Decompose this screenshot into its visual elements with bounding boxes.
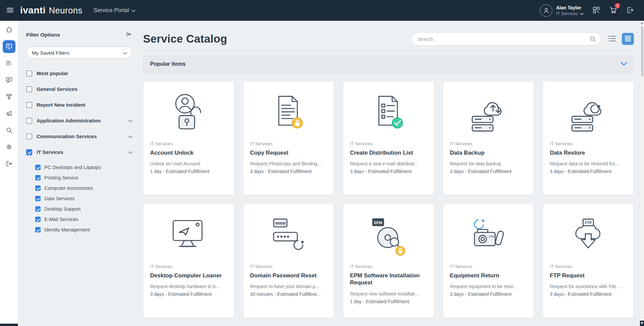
search-input[interactable]: [411, 32, 601, 46]
card-category: IT Services: [150, 141, 227, 146]
search-box: [411, 32, 601, 46]
checkbox-checked[interactable]: [35, 165, 41, 170]
catalog-card-data-restore[interactable]: IT Services Data Restore Request data to…: [543, 81, 634, 195]
scroll-down-button[interactable]: [640, 321, 644, 326]
filter-option-most-popular[interactable]: Most popular: [26, 65, 132, 81]
rail-item-chat[interactable]: [3, 74, 15, 87]
search-icon: [5, 126, 13, 135]
cart-icon: [609, 10, 617, 15]
chevron-down-icon[interactable]: [128, 118, 132, 124]
filter-child-computer-accessories[interactable]: Computer Accessories: [35, 183, 132, 193]
grid-view-button[interactable]: [622, 33, 634, 45]
chevron-down-icon[interactable]: [128, 133, 132, 140]
brand-neurons: Neurons: [49, 5, 82, 16]
card-title: Equipment Return: [450, 272, 527, 279]
checkbox[interactable]: [26, 118, 32, 124]
filter-child-email-services[interactable]: E-Mail Services: [35, 214, 132, 224]
card-description: Request for assistance with File ...: [550, 284, 627, 289]
catalog-card-domain-password-reset[interactable]: WWW IT Services Domain Password Reset Re…: [243, 204, 334, 318]
catalog-card-equipment-return[interactable]: 1000 IT Services Equipment Return Reques…: [443, 204, 534, 318]
grid-view-icon: [625, 35, 631, 43]
catalog-card-create-distribution-list[interactable]: IT Services Create Distribution List Req…: [343, 81, 434, 195]
filter-child-data-services[interactable]: Data Services: [35, 193, 132, 204]
card-title: Create Distribution List: [350, 149, 427, 156]
connections-icon: [5, 93, 13, 101]
scroll-up-arrow-icon[interactable]: [641, 22, 643, 24]
checkbox[interactable]: [26, 70, 32, 76]
card-fulfillment: 1 day - Estimated Fulfillment: [150, 169, 227, 174]
rail-item-search[interactable]: [3, 124, 15, 137]
card-description: Request Photocopy and Binding...: [250, 161, 327, 166]
desktop-loaner-icon: [150, 210, 227, 263]
filter-child-label: Identity Management: [44, 227, 90, 232]
main-content: Service Catalog Popular Items: [141, 21, 644, 326]
rail-item-sign-out[interactable]: [3, 158, 15, 170]
checkbox-checked[interactable]: [35, 227, 41, 232]
filter-label: IT Services: [37, 149, 63, 155]
checkbox-checked[interactable]: [35, 185, 41, 191]
catalog-card-account-unlock[interactable]: IT Services Account Unlock Unlock an Use…: [143, 81, 234, 195]
home-icon: [5, 26, 13, 34]
checkbox-checked[interactable]: [26, 149, 32, 155]
popular-items-header[interactable]: Popular Items: [143, 56, 634, 72]
rail-item-announcements[interactable]: [3, 107, 15, 120]
rail-item-connections[interactable]: [3, 91, 15, 103]
rail-item-home[interactable]: [3, 23, 15, 36]
view-toggles: [608, 33, 634, 45]
rail-item-settings[interactable]: [3, 141, 15, 154]
card-fulfillment: 3 days - Estimated Fulfillment: [350, 169, 427, 174]
scrollbar-thumb[interactable]: [641, 26, 643, 76]
card-fulfillment: 3 days - Estimated Fulfillment: [550, 291, 627, 297]
catalog-card-ftp-request[interactable]: FTP IT Services FTP Request Request for …: [543, 204, 634, 318]
rail-item-library[interactable]: [3, 57, 15, 70]
card-title: EPM Software Installation Request: [350, 272, 427, 286]
filter-child-label: Printing Service: [44, 175, 79, 180]
search-icon[interactable]: [589, 36, 596, 44]
cart-button[interactable]: 1: [609, 6, 617, 15]
filter-option-it-services[interactable]: IT Services: [26, 144, 132, 160]
checkbox-checked[interactable]: [35, 175, 41, 180]
portal-switcher[interactable]: Service Portal: [88, 7, 136, 14]
catalog-card-data-backup[interactable]: IT Services Data Backup Request for data…: [443, 81, 534, 195]
sign-out-button[interactable]: [626, 6, 634, 15]
card-description: Request equipment to be retur...: [450, 284, 527, 289]
it-services-children: PC Desktops and Laptops Printing Service…: [26, 162, 132, 235]
filter-sidebar: Filter Options My Saved Filters Most pop…: [18, 21, 141, 326]
card-description: Request a new e-mail distributi...: [350, 161, 427, 166]
filter-option-application-administration[interactable]: Application Administration: [26, 113, 132, 128]
apps-button[interactable]: [592, 6, 600, 15]
checkbox[interactable]: [26, 133, 32, 140]
saved-filters-select[interactable]: My Saved Filters: [26, 47, 132, 59]
rail-item-service-catalog[interactable]: [3, 40, 15, 53]
filter-option-report-new-incident[interactable]: Report New Incident: [26, 97, 132, 113]
list-view-button[interactable]: [608, 34, 616, 44]
checkbox[interactable]: [26, 102, 32, 108]
chevron-down-icon: [132, 7, 135, 14]
card-fulfillment: 3 days - Estimated Fulfillment: [450, 291, 527, 297]
filter-option-general-services[interactable]: General Services: [26, 81, 132, 97]
vertical-scrollbar[interactable]: [640, 21, 644, 326]
checkbox-checked[interactable]: [35, 206, 41, 212]
catalog-card-grid: IT Services Account Unlock Unlock an Use…: [143, 81, 634, 318]
filter-child-identity-management[interactable]: Identity Management: [35, 224, 132, 235]
checkbox[interactable]: [26, 86, 32, 92]
card-title: Data Restore: [550, 149, 627, 156]
filter-child-printing-service[interactable]: Printing Service: [35, 172, 132, 183]
catalog-card-copy-request[interactable]: IT Services Copy Request Request Photoco…: [243, 81, 334, 195]
filter-child-pc-desktops[interactable]: PC Desktops and Laptops: [35, 162, 132, 172]
chevron-down-icon[interactable]: [128, 149, 132, 155]
filter-label: General Services: [37, 86, 78, 92]
catalog-card-desktop-computer-loaner[interactable]: IT Services Desktop Computer Loaner Requ…: [143, 204, 234, 318]
card-fulfillment: 3 days - Estimated Fulfillment: [250, 169, 327, 174]
checkbox-checked[interactable]: [35, 196, 41, 201]
checkbox-checked[interactable]: [35, 217, 41, 222]
catalog-card-epm-software-installation[interactable]: EPM IT Services EPM Software Installatio…: [343, 204, 434, 318]
filter-child-desktop-support[interactable]: Desktop Support: [35, 204, 132, 214]
collapse-panel-button[interactable]: [126, 31, 132, 39]
filter-option-communication-services[interactable]: Communication Services: [26, 128, 132, 144]
hamburger-menu-button[interactable]: [0, 0, 20, 21]
collapse-section-button[interactable]: [621, 62, 627, 67]
card-category: IT Services: [450, 141, 527, 146]
filter-child-label: PC Desktops and Laptops: [44, 165, 101, 170]
user-menu[interactable]: Alan Taylor IT Services: [540, 4, 584, 17]
